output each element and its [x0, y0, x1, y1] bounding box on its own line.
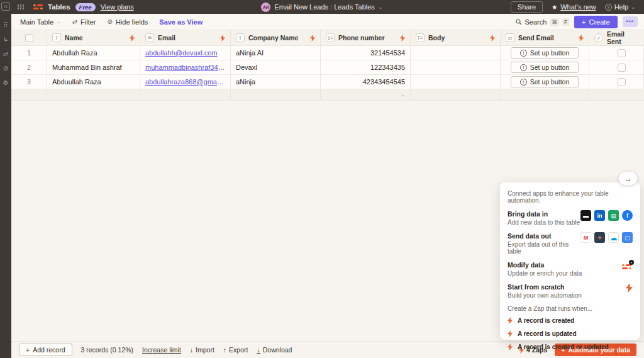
table-row[interactable]: 2 Muhammad Bin ashraf muhammadbinashraf3…: [11, 60, 644, 75]
trigger-record-created[interactable]: A record is created: [508, 317, 633, 324]
workspace-title[interactable]: Email New Leads : Leads Tables: [274, 3, 374, 11]
cell-company[interactable]: Devaxl: [231, 60, 321, 74]
table-row[interactable]: 1 Abdullah Raza abdullahh@devaxl.com aNi…: [11, 46, 644, 60]
save-as-view-button[interactable]: Save as View: [159, 18, 203, 26]
gmail-icon: M: [580, 232, 591, 243]
add-record-button[interactable]: +Add record: [19, 344, 72, 356]
long-text-field-icon: T≡: [416, 33, 425, 42]
send-data-out-item[interactable]: Send data out Export data out of this ta…: [508, 232, 633, 255]
number-field-icon: 1≡: [326, 33, 335, 42]
chevron-down-icon: ⌄: [57, 19, 61, 25]
table-grid: T Name ✉ Email T Company Name 1≡ Phone n…: [11, 30, 644, 101]
email-link[interactable]: muhammadbinashraf342@gmail....: [145, 64, 225, 71]
star-icon: ★: [552, 4, 557, 11]
text-field-icon: T: [236, 33, 245, 42]
view-selector[interactable]: Main Table⌄: [20, 18, 61, 26]
cell-name[interactable]: Abduullah Raza: [47, 75, 140, 89]
cell-name[interactable]: Muhammad Bin ashraf: [47, 60, 140, 74]
plus-icon: +: [582, 18, 586, 26]
cell-company[interactable]: aNinja AI: [231, 46, 321, 60]
search-button[interactable]: Search ⌘ F: [516, 18, 570, 26]
apps-grid-icon[interactable]: ⠿: [0, 18, 11, 32]
column-header-email-sent[interactable]: ✓ Email Sent: [589, 30, 644, 45]
top-header: Tables Free View plans AR Email New Lead…: [0, 0, 644, 14]
connect-apps-panel: Connect apps to enhance your table autom…: [500, 182, 640, 340]
alert-icon: !: [520, 79, 527, 86]
trigger-record-updated[interactable]: A record is updated: [508, 330, 633, 337]
left-sidebar: ⌂ ⠿ ↳ ⇄ ⊘ ⚙: [0, 0, 11, 358]
cell-body[interactable]: [411, 46, 501, 60]
column-header-phone[interactable]: 1≡ Phone number: [321, 30, 411, 45]
increase-limit-link[interactable]: Increase limit: [142, 346, 181, 354]
cell-name[interactable]: Abdullah Raza: [47, 46, 140, 60]
filter-button[interactable]: ⇄Filter: [72, 18, 96, 26]
return-arrow-icon[interactable]: ↳: [0, 32, 11, 47]
search-icon: [516, 19, 522, 25]
trigger-record-created-or-updated[interactable]: A record is created or updated: [508, 344, 633, 350]
download-button[interactable]: ↓Download: [257, 346, 292, 354]
share-button[interactable]: Share: [511, 1, 543, 13]
zap-when-label: Create a Zap that runs when...: [508, 305, 633, 312]
google-sheets-icon: ▤: [608, 210, 619, 221]
export-button[interactable]: ↑Export: [223, 346, 248, 354]
help-menu[interactable]: ? Help ⌄: [605, 3, 635, 11]
shortcut-f-key: F: [562, 18, 569, 26]
zap-bolt-icon: [490, 35, 495, 42]
whats-new-link[interactable]: ★ What's new: [552, 3, 596, 11]
zap-bolt-icon: [400, 35, 405, 42]
email-sent-checkbox[interactable]: [618, 64, 626, 72]
start-from-scratch-item[interactable]: Start from scratch Build your own automa…: [508, 283, 633, 299]
cell-company[interactable]: aNinja: [231, 75, 321, 89]
alert-icon: !: [520, 50, 527, 57]
column-header-name[interactable]: T Name: [47, 30, 140, 45]
settings-gear-icon[interactable]: ⚙: [0, 76, 11, 90]
import-button[interactable]: ↓Import: [190, 346, 214, 354]
email-link[interactable]: abdullahh@devaxl.com: [145, 49, 218, 57]
plan-badge: Free: [75, 3, 96, 11]
summary-dropdown[interactable]: ⌄: [321, 89, 411, 100]
email-sent-checkbox[interactable]: [618, 78, 626, 86]
cell-phone[interactable]: 122343435: [321, 60, 411, 74]
cell-body[interactable]: [411, 75, 501, 89]
email-link[interactable]: abdullahraza868@gmail.com: [145, 78, 225, 86]
badge-icon: +: [629, 260, 634, 265]
zap-bolt-icon: [579, 35, 584, 42]
app-switcher-icon[interactable]: [18, 4, 25, 9]
hide-fields-button[interactable]: ⊘Hide fields: [108, 18, 148, 26]
app-icon-dark: ▬: [580, 210, 591, 221]
select-all-checkbox[interactable]: [25, 34, 33, 42]
more-options-button[interactable]: •••: [623, 16, 638, 27]
set-up-button[interactable]: ! Set up button: [511, 76, 579, 87]
table-row[interactable]: 3 Abduullah Raza abdullahraza868@gmail.c…: [11, 75, 644, 89]
row-number: 1: [27, 50, 31, 57]
column-header-company[interactable]: T Company Name: [231, 30, 321, 45]
modify-data-item[interactable]: Modify data Update or enrich your data +: [508, 261, 633, 277]
table-header-row: T Name ✉ Email T Company Name 1≡ Phone n…: [11, 30, 644, 46]
panel-title: Connect apps to enhance your table autom…: [508, 190, 633, 204]
filter-icon: ⇄: [72, 18, 77, 25]
hidden-eye-icon[interactable]: ⊘: [0, 61, 11, 76]
download-icon: ↓: [257, 347, 260, 354]
column-header-send-email[interactable]: ▭ Send Email: [501, 30, 589, 45]
set-up-button[interactable]: ! Set up button: [511, 62, 579, 73]
row-number: 2: [27, 64, 31, 71]
email-sent-checkbox[interactable]: [618, 49, 626, 57]
zap-bolt-icon: [508, 344, 513, 350]
summary-row: ⌄: [11, 89, 644, 101]
cell-phone[interactable]: 321454534: [321, 46, 411, 60]
column-header-body[interactable]: T≡ Body: [411, 30, 501, 45]
create-button[interactable]: +Create: [574, 16, 617, 28]
cell-body[interactable]: [411, 60, 501, 74]
column-header-email[interactable]: ✉ Email: [140, 30, 231, 45]
cell-phone[interactable]: 42343454545: [321, 75, 411, 89]
bring-data-in-item[interactable]: Bring data in Add new data to this table…: [508, 210, 633, 226]
table-toolbar: Main Table⌄ ⇄Filter ⊘Hide fields Save as…: [11, 14, 644, 30]
set-up-button[interactable]: ! Set up button: [511, 47, 579, 59]
zap-bolt-icon: [626, 283, 633, 293]
view-plans-link[interactable]: View plans: [101, 3, 134, 11]
facebook-icon: f: [622, 210, 633, 221]
sliders-icon[interactable]: ⇄: [0, 47, 11, 61]
home-icon[interactable]: ⌂: [1, 2, 10, 11]
collapse-panel-button[interactable]: →: [618, 171, 638, 186]
chevron-down-icon[interactable]: ⌄: [379, 4, 383, 10]
